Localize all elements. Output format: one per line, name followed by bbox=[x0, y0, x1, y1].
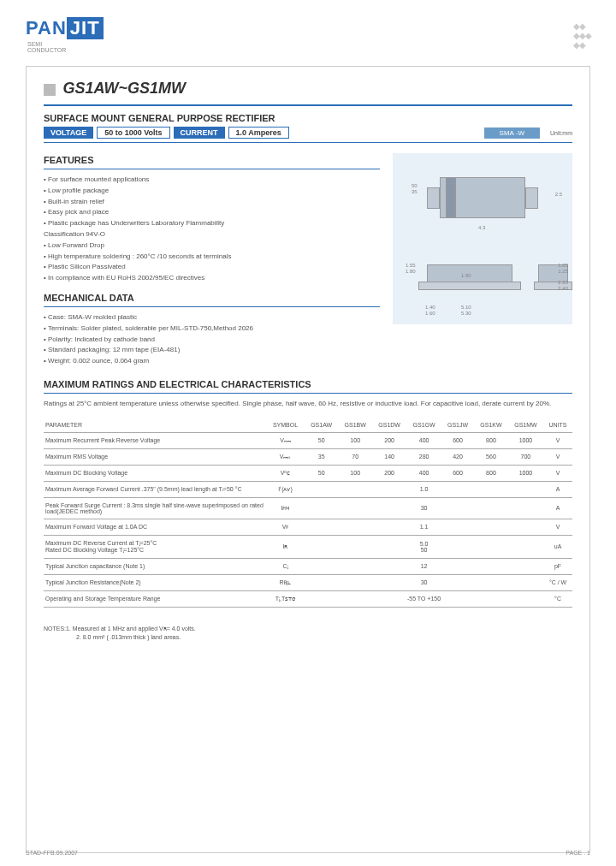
unit-cell: °C / W bbox=[543, 574, 572, 590]
mech-item: Weight: 0.002 ounce, 0.064 gram bbox=[44, 356, 380, 367]
dim-label: 50 bbox=[412, 183, 418, 188]
unit-label: Unit:mm bbox=[550, 130, 572, 136]
mech-item: Terminals: Solder plated, solderable per… bbox=[44, 323, 380, 335]
table-row: Maximum Forward Voltage at 1.0A DCVꜰ1.1V bbox=[44, 519, 572, 535]
value-cell: 5.0 50 bbox=[305, 535, 543, 558]
unit-cell: V bbox=[543, 448, 572, 465]
note-1: NOTES:1. Measured at 1 MHz and applied V… bbox=[44, 625, 572, 634]
symbol-cell: Vꜰ bbox=[266, 519, 305, 535]
title-block: GS1AW~GS1MW bbox=[44, 80, 572, 98]
table-row: Maximum RMS VoltageVᵣₘₛ35701402804205607… bbox=[44, 448, 572, 465]
features-list: For surface mounted applicationsLow prof… bbox=[44, 175, 380, 284]
value-cell: 1.1 bbox=[305, 519, 543, 535]
feature-item: High temperature soldering : 260°C /10 s… bbox=[44, 252, 380, 263]
table-header: GS1KW bbox=[474, 418, 508, 433]
param-cell: Typical Junction capacitance (Note 1) bbox=[44, 558, 266, 574]
value-cell: 50 bbox=[305, 465, 338, 481]
package-diagram: 2.5 4.3 50 35 1.55 1.80 1.40 1.60 bbox=[393, 146, 572, 367]
dim-label: 2.5 bbox=[555, 192, 562, 197]
spec-badges: VOLTAGE 50 to 1000 Volts CURRENT 1.0 Amp… bbox=[44, 127, 572, 139]
current-value: 1.0 Amperes bbox=[228, 127, 289, 139]
symbol-cell: Rθⱼʟ bbox=[266, 574, 305, 590]
table-header: UNITS bbox=[543, 418, 572, 433]
param-cell: Maximum Recurrent Peak Reverse Voltage bbox=[44, 432, 266, 448]
value-cell: 400 bbox=[406, 432, 441, 448]
table-header: GS1JW bbox=[441, 418, 474, 433]
note-2: 2. 8.0 mm² ( .013mm thick ) land areas. bbox=[76, 633, 572, 643]
table-header: GS1BW bbox=[338, 418, 372, 433]
param-cell: Maximum RMS Voltage bbox=[44, 448, 266, 465]
part-title: GS1AW~GS1MW bbox=[62, 80, 186, 97]
param-cell: Maximum DC Reverse Current at Tⱼ=25°C Ra… bbox=[44, 535, 266, 558]
dim-label: 1.25 bbox=[558, 269, 568, 274]
feature-item: In compliance with EU RoHS 2002/95/EC di… bbox=[44, 273, 380, 284]
value-cell: 140 bbox=[372, 448, 406, 465]
value-cell: 400 bbox=[406, 465, 441, 481]
table-row: Peak Forward Surge Current : 8.3ms singl… bbox=[44, 497, 572, 519]
feature-item: Plastic package has Underwriters Laborat… bbox=[44, 218, 380, 229]
dim-label: 1.60 bbox=[425, 311, 435, 316]
value-cell: 200 bbox=[372, 432, 406, 448]
dim-label: 1.05 bbox=[558, 263, 568, 268]
symbol-cell: Cⱼ bbox=[266, 558, 305, 574]
dim-label: 1.80 bbox=[406, 269, 416, 274]
dim-label: 1.80 bbox=[461, 273, 471, 278]
value-cell: 700 bbox=[508, 448, 543, 465]
value-cell: 30 bbox=[305, 497, 543, 519]
mech-item: Standard packaging: 12 mm tape (EIA-481) bbox=[44, 345, 380, 356]
value-cell: 800 bbox=[474, 465, 508, 481]
value-cell: 70 bbox=[338, 448, 372, 465]
feature-item: For surface mounted applications bbox=[44, 175, 380, 186]
dim-label: 5.10 bbox=[461, 305, 471, 310]
symbol-cell: Iꜰᴍ bbox=[266, 497, 305, 519]
dim-label: 1.40 bbox=[425, 305, 435, 310]
unit-cell: V bbox=[543, 465, 572, 481]
value-cell: 600 bbox=[441, 432, 474, 448]
table-row: Operating and Storage Temperature RangeT… bbox=[44, 590, 572, 607]
unit-cell: uA bbox=[543, 535, 572, 558]
symbol-cell: Vᵣᵣₘ bbox=[266, 432, 305, 448]
mech-item: Case: SMA-W molded plastic bbox=[44, 312, 380, 323]
table-header: GS1MW bbox=[508, 418, 543, 433]
table-row: Maximum DC Reverse Current at Tⱼ=25°C Ra… bbox=[44, 535, 572, 558]
value-cell: 280 bbox=[406, 448, 441, 465]
value-cell: 1000 bbox=[508, 465, 543, 481]
page-footer: STAD-FFB.09.2007 PAGE . 1 bbox=[26, 850, 590, 856]
value-cell: 100 bbox=[338, 432, 372, 448]
package-tag: SMA -W bbox=[484, 128, 540, 139]
symbol-cell: Vᵣₘₛ bbox=[266, 448, 305, 465]
divider bbox=[44, 104, 572, 106]
current-label: CURRENT bbox=[174, 127, 225, 139]
voltage-label: VOLTAGE bbox=[44, 127, 93, 139]
table-row: Maximum DC Blocking VoltageVᵈᴄ5010020040… bbox=[44, 465, 572, 481]
table-row: Maximum Recurrent Peak Reverse VoltageVᵣ… bbox=[44, 432, 572, 448]
symbol-cell: Tⱼ,Tꜱᴛɢ bbox=[266, 590, 305, 607]
unit-cell: °C bbox=[543, 590, 572, 607]
value-cell: 30 bbox=[305, 574, 543, 590]
value-cell: 35 bbox=[305, 448, 338, 465]
symbol-cell: Iʀ bbox=[266, 535, 305, 558]
table-header: SYMBOL bbox=[266, 418, 305, 433]
mechanical-list: Case: SMA-W molded plasticTerminals: Sol… bbox=[44, 312, 380, 367]
dim-label: 1.55 bbox=[406, 263, 416, 268]
value-cell: 560 bbox=[474, 448, 508, 465]
param-cell: Maximum Forward Voltage at 1.0A DC bbox=[44, 519, 266, 535]
param-cell: Maximum DC Blocking Voltage bbox=[44, 465, 266, 481]
feature-item: Classification 94V-O bbox=[44, 229, 380, 240]
dim-label: 5.30 bbox=[461, 311, 471, 316]
divider bbox=[44, 142, 572, 143]
logo-text-pan: PAN bbox=[26, 17, 67, 39]
table-header: PARAMETER bbox=[44, 418, 266, 433]
left-column: FEATURES For surface mounted application… bbox=[44, 146, 380, 367]
feature-item: Easy pick and place bbox=[44, 207, 380, 218]
mechanical-heading: MECHANICAL DATA bbox=[44, 293, 380, 303]
symbol-cell: Iᶠ(ᴀᴠ) bbox=[266, 481, 305, 497]
value-cell: 1000 bbox=[508, 432, 543, 448]
unit-cell: V bbox=[543, 432, 572, 448]
table-header: GS1AW bbox=[305, 418, 338, 433]
logo-subtext: SEMI CONDUCTOR bbox=[27, 41, 104, 53]
value-cell: 1.0 bbox=[305, 481, 543, 497]
param-cell: Peak Forward Surge Current : 8.3ms singl… bbox=[44, 497, 266, 519]
dim-label: 35 bbox=[412, 189, 418, 194]
mech-item: Polarity: Indicated by cathode band bbox=[44, 335, 380, 346]
